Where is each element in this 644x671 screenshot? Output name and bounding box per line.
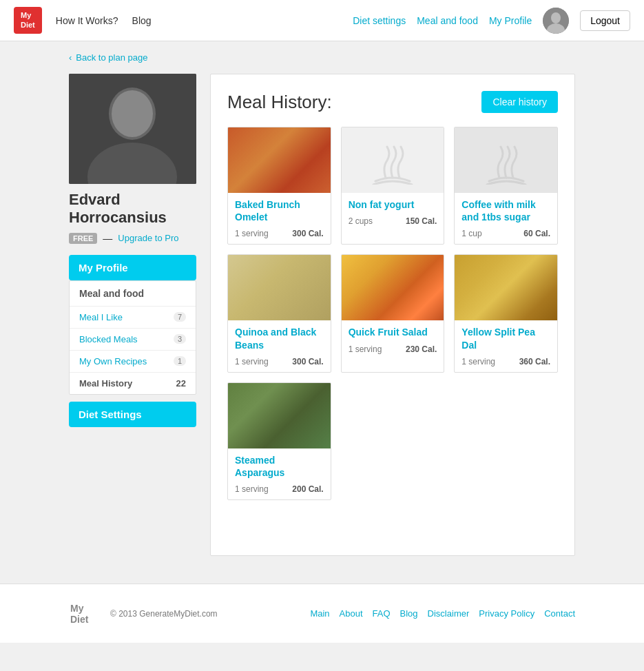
meal-serving: 1 serving (235, 357, 269, 367)
sidebar-group-header: Meal and food (70, 281, 196, 307)
logo[interactable]: My Diet (14, 7, 42, 33)
meal-name[interactable]: Non fat yogurt (349, 198, 437, 211)
footer-link[interactable]: Main (310, 608, 329, 619)
footer-logo: My Diet (69, 598, 103, 629)
sidebar-my-profile[interactable]: My Profile (69, 255, 196, 280)
meal-serving: 1 serving (235, 484, 269, 494)
meal-card-body: Baked Brunch Omelet 1 serving 300 Cal. (228, 193, 331, 244)
meal-name[interactable]: Quick Fruit Salad (349, 326, 437, 338)
profile-pic-svg (69, 74, 196, 184)
own-recipes-count: 1 (174, 356, 186, 366)
footer-link[interactable]: Blog (400, 608, 418, 619)
header-my-profile[interactable]: My Profile (489, 15, 532, 26)
meal-calories: 200 Cal. (292, 484, 323, 494)
meal-info: 1 serving 300 Cal. (235, 229, 324, 238)
meal-serving: 1 serving (461, 357, 495, 367)
meal-info: 1 serving 360 Cal. (461, 357, 550, 367)
nav-blog[interactable]: Blog (132, 15, 152, 26)
main-nav: How It Works? Blog (56, 15, 152, 26)
blocked-meals-count: 3 (174, 334, 186, 344)
sidebar: Edvard Horrocansius FREE — Upgrade to Pr… (69, 74, 196, 556)
meal-calories: 300 Cal. (292, 229, 323, 238)
meal-name[interactable]: Yellow Split Pea Dal (461, 326, 550, 351)
sidebar-diet-settings[interactable]: Diet Settings (69, 402, 196, 427)
svg-point-6 (112, 90, 153, 137)
own-recipes-link[interactable]: My Own Recipes (79, 356, 147, 367)
breadcrumb-arrow-icon: ‹ (69, 52, 72, 63)
footer: My Diet © 2013 GenerateMyDiet.com MainAb… (0, 584, 644, 643)
meal-card-body: Steamed Asparagus 1 serving 200 Cal. (228, 448, 331, 499)
footer-logo-area: My Diet © 2013 GenerateMyDiet.com (69, 598, 218, 629)
logo-line2: Diet (21, 21, 35, 30)
meal-name[interactable]: Coffee with milk and 1tbs sugar (461, 198, 550, 223)
footer-link[interactable]: FAQ (373, 608, 391, 619)
meal-card: Baked Brunch Omelet 1 serving 300 Cal. (227, 127, 331, 245)
meal-card: Coffee with milk and 1tbs sugar 1 cup 60… (454, 127, 558, 245)
avatar-image (543, 8, 569, 34)
meal-card: Yellow Split Pea Dal 1 serving 360 Cal. (454, 254, 558, 372)
meal-card-body: Quick Fruit Salad 1 serving 230 Cal. (342, 320, 444, 359)
meal-info: 1 serving 230 Cal. (349, 344, 437, 354)
badge-separator: — (103, 233, 112, 244)
meal-card: Quinoa and Black Beans 1 serving 300 Cal… (227, 254, 331, 372)
sidebar-item-own-recipes[interactable]: My Own Recipes 1 (70, 351, 196, 373)
meal-info: 2 cups 150 Cal. (349, 216, 437, 226)
meal-card: Steamed Asparagus 1 serving 200 Cal. (227, 382, 331, 500)
footer-link[interactable]: Privacy Policy (479, 608, 534, 619)
back-to-plan-link[interactable]: Back to plan page (76, 52, 147, 63)
meal-calories: 230 Cal. (406, 344, 437, 354)
sidebar-my-profile-section: My Profile Meal and food Meal I Like 7 B… (69, 255, 196, 427)
clear-history-button[interactable]: Clear history (481, 91, 558, 113)
upgrade-link[interactable]: Upgrade to Pro (118, 233, 178, 243)
meal-info: 1 cup 60 Cal. (461, 229, 550, 238)
footer-logo-icon: My Diet (69, 598, 103, 626)
meal-name[interactable]: Steamed Asparagus (235, 454, 324, 479)
avatar[interactable] (543, 8, 569, 34)
breadcrumb: ‹ Back to plan page (0, 41, 644, 74)
content-header: Meal History: Clear history (227, 91, 558, 113)
blocked-meals-link[interactable]: Blocked Meals (79, 334, 138, 344)
footer-link[interactable]: Disclaimer (428, 608, 470, 619)
sidebar-meal-food-group: Meal and food Meal I Like 7 Blocked Meal… (69, 280, 196, 395)
meal-info: 1 serving 200 Cal. (235, 484, 324, 494)
sidebar-item-blocked-meals[interactable]: Blocked Meals 3 (70, 329, 196, 351)
profile-picture (69, 74, 196, 184)
svg-point-1 (551, 12, 561, 23)
footer-copyright: © 2013 GenerateMyDiet.com (110, 609, 218, 619)
meal-name[interactable]: Quinoa and Black Beans (235, 326, 324, 351)
sidebar-item-meal-history[interactable]: Meal History 22 (70, 373, 196, 394)
meal-image (228, 383, 331, 448)
logo-line1: My (21, 11, 35, 20)
meal-serving: 2 cups (349, 216, 373, 226)
main-content: Edvard Horrocansius FREE — Upgrade to Pr… (0, 74, 644, 584)
svg-text:My: My (70, 603, 84, 614)
meal-info: 1 serving 300 Cal. (235, 357, 324, 367)
meal-card-body: Coffee with milk and 1tbs sugar 1 cup 60… (455, 193, 557, 244)
header-diet-settings[interactable]: Diet settings (353, 15, 406, 26)
profile-badge: FREE — Upgrade to Pro (69, 233, 196, 244)
meal-serving: 1 serving (235, 229, 269, 238)
meal-card: Non fat yogurt 2 cups 150 Cal. (341, 127, 445, 245)
header: My Diet How It Works? Blog Diet settings… (0, 0, 644, 41)
free-badge: FREE (69, 233, 97, 244)
meal-calories: 360 Cal. (519, 357, 550, 367)
footer-link[interactable]: About (340, 608, 363, 619)
svg-text:Diet: Diet (70, 614, 89, 625)
sidebar-item-meal-i-like[interactable]: Meal I Like 7 (70, 307, 196, 329)
header-meal-and-food[interactable]: Meal and food (417, 15, 478, 26)
meals-grid: Baked Brunch Omelet 1 serving 300 Cal. N… (227, 127, 558, 500)
meal-name[interactable]: Baked Brunch Omelet (235, 198, 324, 223)
meal-i-like-link[interactable]: Meal I Like (79, 312, 123, 322)
meal-serving: 1 cup (461, 229, 481, 238)
meal-card-body: Quinoa and Black Beans 1 serving 300 Cal… (228, 320, 331, 371)
nav-how-it-works[interactable]: How It Works? (56, 15, 118, 26)
meal-calories: 60 Cal. (523, 229, 550, 238)
footer-link[interactable]: Contact (544, 608, 575, 619)
meal-card: Quick Fruit Salad 1 serving 230 Cal. (341, 254, 445, 372)
logout-button[interactable]: Logout (580, 10, 630, 31)
meal-history-label: Meal History (79, 378, 132, 389)
meal-image (342, 255, 444, 320)
meal-serving: 1 serving (349, 344, 382, 354)
meal-image (228, 255, 331, 320)
meal-calories: 150 Cal. (406, 216, 437, 226)
